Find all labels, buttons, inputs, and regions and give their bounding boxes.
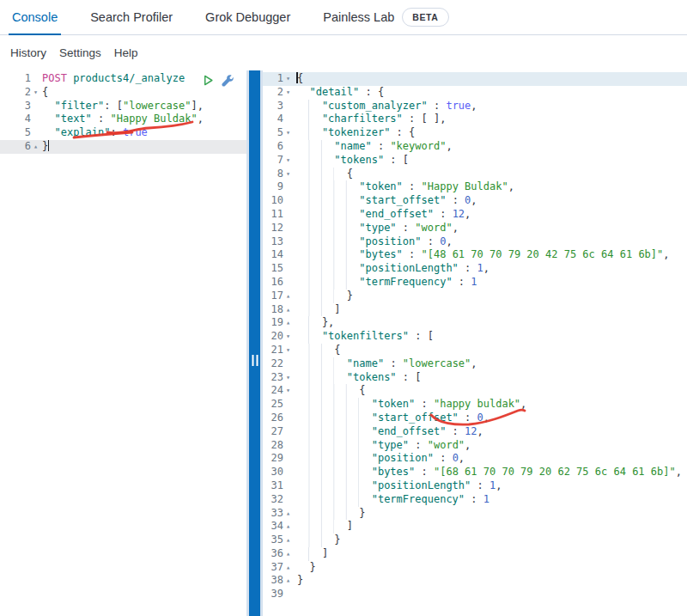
code-line[interactable]: 22 "name" : "lowercase", <box>263 357 687 371</box>
code-line[interactable]: 18▴ ] <box>263 303 687 317</box>
code-line[interactable]: 6▴} <box>0 140 246 154</box>
fold-spacer <box>283 180 293 194</box>
code-text: } <box>293 561 316 575</box>
fold-open-icon[interactable]: ▾ <box>283 154 293 168</box>
fold-spacer <box>283 479 293 493</box>
code-text: "type" : "word", <box>293 222 459 235</box>
code-line[interactable]: 17▴ } <box>263 290 687 303</box>
tab-search-profiler[interactable]: Search Profiler <box>87 0 176 34</box>
fold-open-icon[interactable]: ▾ <box>283 126 293 140</box>
line-number: 21 <box>263 344 283 357</box>
code-line[interactable]: 36▴ ] <box>263 547 687 561</box>
fold-close-icon[interactable]: ▴ <box>283 561 293 575</box>
code-line[interactable]: 29 "position" : 0, <box>263 452 687 466</box>
code-text: "position" : 0, <box>293 235 453 249</box>
line-number: 3 <box>263 100 283 113</box>
code-line[interactable]: 8▾ { <box>263 168 687 181</box>
fold-close-icon[interactable]: ▴ <box>31 140 40 154</box>
fold-close-icon[interactable]: ▴ <box>283 534 293 547</box>
fold-spacer <box>283 357 293 371</box>
menu-help[interactable]: Help <box>114 46 138 59</box>
line-number: 34 <box>263 520 283 534</box>
fold-close-icon[interactable]: ▴ <box>283 507 293 521</box>
code-line[interactable]: 32 "termFrequency" : 1 <box>263 493 687 507</box>
line-number: 17 <box>263 290 283 303</box>
fold-open-icon[interactable]: ▾ <box>283 72 293 86</box>
fold-open-icon[interactable]: ▾ <box>31 86 40 100</box>
code-line[interactable]: 35▴ } <box>263 534 687 547</box>
fold-close-icon[interactable]: ▴ <box>283 303 293 317</box>
tab-painless-lab[interactable]: Painless Lab BETA <box>319 0 452 34</box>
fold-close-icon[interactable]: ▴ <box>283 316 293 330</box>
code-line[interactable]: 24▾ { <box>263 384 687 398</box>
code-line[interactable]: 31 "positionLength" : 1, <box>263 479 687 493</box>
fold-close-icon[interactable]: ▴ <box>283 520 293 534</box>
line-number: 1 <box>0 72 31 86</box>
fold-spacer <box>283 493 293 507</box>
fold-open-icon[interactable]: ▾ <box>283 330 293 344</box>
indent-guides <box>297 290 334 303</box>
send-request-button[interactable] <box>201 74 215 88</box>
code-line[interactable]: 27 "end_offset" : 12, <box>263 425 687 439</box>
code-line[interactable]: 39 <box>263 588 687 601</box>
code-line[interactable]: 3 "custom_analyzer" : true, <box>263 100 687 113</box>
code-line[interactable]: 3 "filter": ["lowercase"], <box>0 100 246 113</box>
fold-close-icon[interactable]: ▴ <box>283 574 293 588</box>
code-line[interactable]: 28 "type" : "word", <box>263 439 687 453</box>
code-line[interactable]: 15 "positionLength" : 1, <box>263 262 687 276</box>
line-number: 13 <box>263 235 283 249</box>
code-line[interactable]: 25 "token" : "happy buldak", <box>263 398 687 412</box>
code-line[interactable]: 9 "token" : "Happy Buldak", <box>263 180 687 194</box>
fold-open-icon[interactable]: ▾ <box>283 168 293 181</box>
code-line[interactable]: 20▾ "tokenfilters" : [ <box>263 330 687 344</box>
code-line[interactable]: 4 "charfilters" : [ ], <box>263 113 687 126</box>
response-viewer[interactable]: 1▾{2▾ "detail" : {3 "custom_analyzer" : … <box>263 70 687 616</box>
code-line[interactable]: 5 "explain": true <box>0 126 246 140</box>
fold-open-icon[interactable]: ▾ <box>283 371 293 385</box>
code-line[interactable]: 13 "position" : 0, <box>263 235 687 249</box>
request-options-button[interactable] <box>221 74 234 88</box>
code-line[interactable]: 21▾ { <box>263 344 687 357</box>
code-line[interactable]: 19▴ }, <box>263 316 687 330</box>
code-line[interactable]: 33▴ } <box>263 507 687 521</box>
fold-open-icon[interactable]: ▾ <box>283 344 293 357</box>
fold-open-icon[interactable]: ▾ <box>283 384 293 398</box>
code-line[interactable]: 37▴ } <box>263 561 687 575</box>
code-line[interactable]: 1▾{ <box>263 72 687 86</box>
code-line[interactable]: 23▾ "tokens" : [ <box>263 371 687 385</box>
panel-resizer[interactable] <box>246 70 263 616</box>
line-number: 25 <box>263 398 283 412</box>
indent-guides <box>297 194 347 208</box>
indent-guides <box>297 140 322 154</box>
fold-open-icon[interactable]: ▾ <box>283 86 293 100</box>
menu-settings[interactable]: Settings <box>59 46 101 59</box>
code-line[interactable]: 5▾ "tokenizer" : { <box>263 126 687 140</box>
fold-close-icon[interactable]: ▴ <box>283 547 293 561</box>
code-line[interactable]: 38▴} <box>263 574 687 588</box>
fold-spacer <box>283 235 293 249</box>
line-number: 4 <box>263 113 283 126</box>
tab-console[interactable]: Console <box>9 0 61 34</box>
code-line[interactable]: 30 "bytes" : "[68 61 70 70 79 20 62 75 6… <box>263 466 687 479</box>
tab-grok-debugger[interactable]: Grok Debugger <box>202 0 294 34</box>
code-line[interactable]: 2▾{ <box>0 86 246 100</box>
code-line[interactable]: 10 "start_offset" : 0, <box>263 194 687 208</box>
code-line[interactable]: 34▴ ] <box>263 520 687 534</box>
code-line[interactable]: 11 "end_offset" : 12, <box>263 208 687 222</box>
fold-spacer <box>283 222 293 235</box>
code-line[interactable]: 4 "text" : "Happy Buldak", <box>0 113 246 126</box>
code-line[interactable]: 26 "start_offset" : 0, <box>263 412 687 425</box>
fold-close-icon[interactable]: ▴ <box>283 290 293 303</box>
code-line[interactable]: 12 "type" : "word", <box>263 222 687 235</box>
code-line[interactable]: 7▾ "tokens" : [ <box>263 154 687 168</box>
line-number: 26 <box>263 412 283 425</box>
code-line[interactable]: 2▾ "detail" : { <box>263 86 687 100</box>
request-actions <box>201 74 234 88</box>
indent-guides <box>297 412 359 425</box>
menu-history[interactable]: History <box>10 46 46 59</box>
indent-guides <box>297 452 359 466</box>
code-line[interactable]: 6 "name" : "keyword", <box>263 140 687 154</box>
code-line[interactable]: 14 "bytes" : "[48 61 70 70 79 20 42 75 6… <box>263 248 687 262</box>
request-editor[interactable]: 1POST products4/_analyze2▾{3 "filter": [… <box>0 70 246 616</box>
code-line[interactable]: 16 "termFrequency" : 1 <box>263 276 687 290</box>
